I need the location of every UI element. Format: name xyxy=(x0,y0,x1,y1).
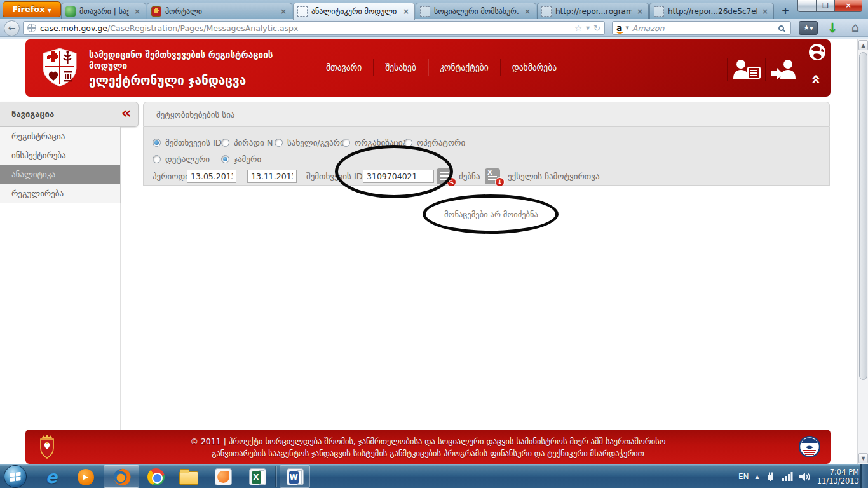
radio-organization[interactable] xyxy=(342,139,350,147)
close-icon[interactable]: × xyxy=(635,7,644,16)
scroll-down-arrow[interactable]: ▼ xyxy=(858,453,868,463)
filter-panel: შემთხვევის ID პირადი N სახელი/გვარი ორგა… xyxy=(143,127,830,186)
collapse-header-chevrons-icon[interactable]: « xyxy=(810,74,824,85)
show-desktop-button[interactable] xyxy=(860,464,868,488)
nav-item-contacts[interactable]: კონტაქტები xyxy=(428,58,500,76)
sidebar-title: ნავიგაცია xyxy=(11,109,54,119)
taskbar-chrome-icon[interactable] xyxy=(141,466,170,487)
close-icon[interactable]: × xyxy=(402,7,410,16)
sidebar-collapse-icon[interactable]: « xyxy=(121,104,132,122)
radio-summary[interactable] xyxy=(221,155,229,163)
taskbar-word-button[interactable]: W xyxy=(280,465,310,488)
taskbar-ie-icon[interactable]: e xyxy=(37,466,66,487)
bookmark-star-icon[interactable]: ☆ xyxy=(574,24,582,33)
window-close-button[interactable]: × xyxy=(834,0,862,12)
network-signal-icon[interactable] xyxy=(782,472,793,481)
nav-item-about[interactable]: შესახებ xyxy=(374,58,428,76)
window-minimize-button[interactable]: – xyxy=(797,0,817,12)
nav-item-help[interactable]: დახმარება xyxy=(501,58,568,76)
excel-button-label[interactable]: ექსელის ჩამოტვირთვა xyxy=(508,172,599,181)
excel-download-icon[interactable]: X ↓ xyxy=(485,168,500,184)
radio-case-id[interactable] xyxy=(153,139,161,147)
browser-tab-4[interactable]: სოციალური მომსახურ... × xyxy=(416,3,536,19)
site-footer: © 2011 | პროექტი ხორციელდება შრომის, ჯან… xyxy=(25,430,831,464)
browser-tab-1[interactable]: მთავარი | საქართველო... × xyxy=(61,3,146,19)
close-icon[interactable]: × xyxy=(523,7,532,16)
tab-title: http://repor...rograms.aspx xyxy=(555,7,632,16)
scroll-up-arrow[interactable]: ▲ xyxy=(858,40,868,50)
downloads-button[interactable]: ↓ xyxy=(825,20,840,36)
language-indicator[interactable]: EN xyxy=(738,472,749,481)
hidden-icons-arrow-icon[interactable]: ▲ xyxy=(756,474,759,480)
header-divider xyxy=(765,58,766,81)
no-data-message: მონაცემები არ მოიძებნა xyxy=(412,210,571,219)
taskbar-media-player-icon[interactable]: ▶ xyxy=(71,466,100,487)
taskbar-excel-icon[interactable]: X xyxy=(243,466,272,487)
close-icon[interactable]: × xyxy=(279,7,288,16)
window-restore-button[interactable]: ❑ xyxy=(817,0,834,12)
download-badge-icon: ↓ xyxy=(495,177,505,187)
scrollbar-thumb[interactable] xyxy=(859,52,867,380)
portal-favicon-icon xyxy=(151,6,161,17)
firefox-menu-button[interactable]: Firefox▼ xyxy=(3,1,61,17)
home-button[interactable]: ⌂ xyxy=(848,20,863,36)
taskbar-explorer-icon[interactable] xyxy=(174,466,203,487)
search-placeholder: Amazon xyxy=(632,24,775,33)
sidebar-item-regulation[interactable]: რეგულირება xyxy=(0,184,121,203)
page-title: შეტყობინებების სია xyxy=(156,110,234,119)
usaid-emblem-icon xyxy=(799,436,820,460)
browser-tab-active[interactable]: ანალიტიკური მოდული × xyxy=(293,3,415,20)
close-icon[interactable]: × xyxy=(133,7,142,16)
page-scrollbar[interactable]: ▲ ▼ xyxy=(857,39,868,464)
moh-shield-logo-icon xyxy=(41,48,79,90)
nav-item-home[interactable]: მთავარი xyxy=(315,58,373,76)
taskbar-firefox-active-button[interactable] xyxy=(104,465,139,488)
close-icon[interactable]: × xyxy=(761,7,770,16)
sidebar-item-inspection[interactable]: ინსპექტირება xyxy=(0,146,121,165)
language-globe-icon[interactable] xyxy=(808,43,826,64)
date-to-input[interactable] xyxy=(247,170,297,183)
date-from-input[interactable] xyxy=(187,170,236,183)
default-favicon-icon xyxy=(541,6,552,17)
reload-icon[interactable]: ↻ xyxy=(593,24,600,33)
user-profile-icon[interactable] xyxy=(732,58,761,84)
case-id-input[interactable] xyxy=(363,170,434,183)
power-plug-icon[interactable] xyxy=(766,471,776,482)
sidebar-item-analytics[interactable]: ანალიტიკა xyxy=(0,165,121,184)
start-button[interactable] xyxy=(4,465,27,488)
radio-detailed[interactable] xyxy=(153,155,161,163)
search-button-label[interactable]: ძებნა xyxy=(459,172,480,181)
browser-tab-5[interactable]: http://repor...rograms.aspx × xyxy=(537,3,649,19)
taskbar-foxit-icon[interactable] xyxy=(208,466,238,487)
new-tab-button[interactable]: + xyxy=(778,5,793,17)
bookmarks-button[interactable]: ★▼ xyxy=(799,21,818,35)
browser-tab-2[interactable]: პორტალი × xyxy=(147,3,292,19)
tab-title: პორტალი xyxy=(165,7,275,16)
radio-label: ჯამური xyxy=(234,154,261,164)
radio-operator[interactable] xyxy=(404,139,412,147)
chevron-down-icon[interactable]: ▼ xyxy=(586,25,590,31)
content-title-bar: შეტყობინებების სია xyxy=(143,102,830,127)
speaker-volume-icon[interactable] xyxy=(799,472,811,482)
url-bar[interactable]: case.moh.gov.ge/CaseRegistration/Pages/M… xyxy=(23,21,605,35)
sidebar-item-registration[interactable]: რეგისტრაცია xyxy=(0,127,121,146)
site-title-line2: მოდული xyxy=(89,60,273,71)
url-domain: case.moh.gov.ge xyxy=(40,24,107,33)
logout-user-icon[interactable] xyxy=(770,58,799,84)
period-label: პერიოდი: xyxy=(153,172,192,181)
site-title: სამედიცინო შემთხვევების რეგისტრაციის მოდ… xyxy=(89,50,273,87)
search-input[interactable]: a ▼ Amazon xyxy=(612,21,791,35)
back-button[interactable]: ← xyxy=(4,20,20,36)
search-icon[interactable] xyxy=(778,25,784,31)
default-favicon-icon xyxy=(654,6,664,17)
taskbar-clock[interactable]: 7:04 PM 11/13/2013 xyxy=(817,468,859,485)
radio-name-surname[interactable] xyxy=(275,139,283,147)
tab-title: http://repor...26de5c7eb11 xyxy=(668,7,757,16)
search-report-icon[interactable] xyxy=(437,168,452,184)
browser-tab-6[interactable]: http://repor...26de5c7eb11 × xyxy=(649,3,774,19)
search-badge-icon xyxy=(447,177,456,187)
radio-personal-n[interactable] xyxy=(221,139,229,147)
amazon-icon: a xyxy=(616,24,622,32)
radio-label: შემთხვევის ID xyxy=(165,138,222,147)
chevron-down-icon[interactable]: ▼ xyxy=(625,25,628,30)
